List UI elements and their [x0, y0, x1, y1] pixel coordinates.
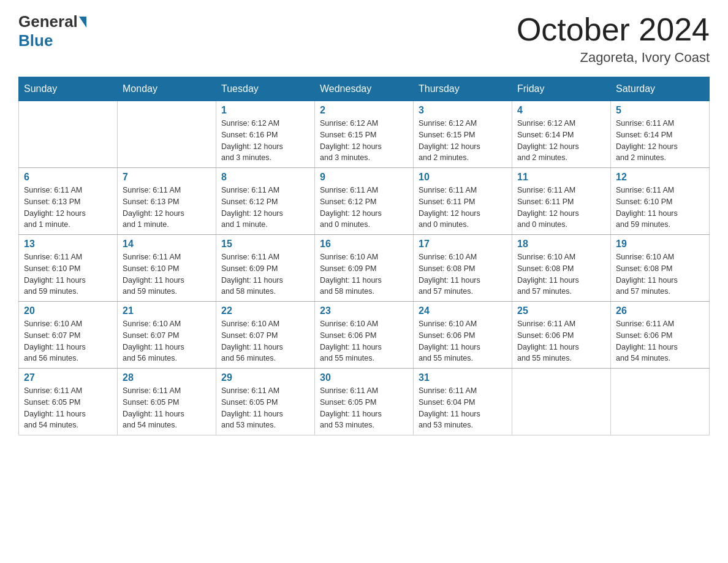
day-info: Sunrise: 6:11 AMSunset: 6:05 PMDaylight:…	[320, 385, 408, 431]
calendar-cell	[118, 101, 216, 168]
day-info: Sunrise: 6:11 AMSunset: 6:13 PMDaylight:…	[123, 185, 211, 231]
day-number: 26	[616, 305, 704, 316]
day-info: Sunrise: 6:11 AMSunset: 6:06 PMDaylight:…	[517, 318, 605, 364]
calendar-cell: 20Sunrise: 6:10 AMSunset: 6:07 PMDayligh…	[19, 302, 118, 369]
day-number: 3	[419, 105, 507, 116]
calendar-cell: 17Sunrise: 6:10 AMSunset: 6:08 PMDayligh…	[414, 235, 512, 302]
day-number: 18	[517, 239, 605, 250]
title-area: October 2024 Zagoreta, Ivory Coast	[517, 12, 710, 66]
day-info: Sunrise: 6:10 AMSunset: 6:09 PMDaylight:…	[320, 251, 408, 297]
logo-triangle-icon	[79, 17, 86, 28]
day-info: Sunrise: 6:11 AMSunset: 6:05 PMDaylight:…	[221, 385, 309, 431]
day-number: 16	[320, 239, 408, 250]
day-number: 24	[419, 305, 507, 316]
day-info: Sunrise: 6:11 AMSunset: 6:05 PMDaylight:…	[123, 385, 211, 431]
day-info: Sunrise: 6:10 AMSunset: 6:07 PMDaylight:…	[123, 318, 211, 364]
weekday-header-wednesday: Wednesday	[315, 77, 414, 101]
calendar-week-row: 27Sunrise: 6:11 AMSunset: 6:05 PMDayligh…	[19, 369, 710, 435]
day-number: 29	[221, 372, 309, 383]
calendar-cell: 11Sunrise: 6:11 AMSunset: 6:11 PMDayligh…	[512, 168, 611, 235]
calendar-week-row: 20Sunrise: 6:10 AMSunset: 6:07 PMDayligh…	[19, 302, 710, 369]
day-number: 8	[221, 172, 309, 183]
calendar-cell: 10Sunrise: 6:11 AMSunset: 6:11 PMDayligh…	[414, 168, 512, 235]
weekday-header-monday: Monday	[118, 77, 216, 101]
weekday-header-sunday: Sunday	[19, 77, 118, 101]
day-number: 31	[419, 372, 507, 383]
day-info: Sunrise: 6:11 AMSunset: 6:11 PMDaylight:…	[419, 185, 507, 231]
calendar-table: SundayMondayTuesdayWednesdayThursdayFrid…	[18, 77, 710, 435]
calendar-cell: 16Sunrise: 6:10 AMSunset: 6:09 PMDayligh…	[315, 235, 414, 302]
calendar-cell: 14Sunrise: 6:11 AMSunset: 6:10 PMDayligh…	[118, 235, 216, 302]
calendar-cell	[512, 369, 611, 435]
calendar-cell	[19, 101, 118, 168]
day-number: 17	[419, 239, 507, 250]
calendar-cell: 27Sunrise: 6:11 AMSunset: 6:05 PMDayligh…	[19, 369, 118, 435]
day-info: Sunrise: 6:12 AMSunset: 6:15 PMDaylight:…	[419, 118, 507, 164]
day-number: 6	[24, 172, 112, 183]
logo: General Blue	[18, 12, 88, 50]
calendar-cell: 25Sunrise: 6:11 AMSunset: 6:06 PMDayligh…	[512, 302, 611, 369]
day-info: Sunrise: 6:11 AMSunset: 6:05 PMDaylight:…	[24, 385, 112, 431]
calendar-cell: 18Sunrise: 6:10 AMSunset: 6:08 PMDayligh…	[512, 235, 611, 302]
day-info: Sunrise: 6:11 AMSunset: 6:13 PMDaylight:…	[24, 185, 112, 231]
day-number: 22	[221, 305, 309, 316]
day-number: 9	[320, 172, 408, 183]
day-number: 28	[123, 372, 211, 383]
calendar-cell: 5Sunrise: 6:11 AMSunset: 6:14 PMDaylight…	[611, 101, 710, 168]
day-number: 23	[320, 305, 408, 316]
day-number: 27	[24, 372, 112, 383]
calendar-cell: 23Sunrise: 6:10 AMSunset: 6:06 PMDayligh…	[315, 302, 414, 369]
calendar-cell: 24Sunrise: 6:10 AMSunset: 6:06 PMDayligh…	[414, 302, 512, 369]
day-number: 12	[616, 172, 704, 183]
day-info: Sunrise: 6:11 AMSunset: 6:10 PMDaylight:…	[123, 251, 211, 297]
calendar-cell: 6Sunrise: 6:11 AMSunset: 6:13 PMDaylight…	[19, 168, 118, 235]
calendar-cell: 31Sunrise: 6:11 AMSunset: 6:04 PMDayligh…	[414, 369, 512, 435]
weekday-header-friday: Friday	[512, 77, 611, 101]
day-number: 11	[517, 172, 605, 183]
day-info: Sunrise: 6:12 AMSunset: 6:16 PMDaylight:…	[221, 118, 309, 164]
weekday-header-row: SundayMondayTuesdayWednesdayThursdayFrid…	[19, 77, 710, 101]
day-info: Sunrise: 6:11 AMSunset: 6:10 PMDaylight:…	[24, 251, 112, 297]
day-number: 20	[24, 305, 112, 316]
day-number: 15	[221, 239, 309, 250]
day-info: Sunrise: 6:10 AMSunset: 6:06 PMDaylight:…	[419, 318, 507, 364]
day-number: 1	[221, 105, 309, 116]
location-title: Zagoreta, Ivory Coast	[517, 50, 710, 66]
calendar-cell: 4Sunrise: 6:12 AMSunset: 6:14 PMDaylight…	[512, 101, 611, 168]
calendar-cell: 12Sunrise: 6:11 AMSunset: 6:10 PMDayligh…	[611, 168, 710, 235]
day-info: Sunrise: 6:12 AMSunset: 6:15 PMDaylight:…	[320, 118, 408, 164]
calendar-week-row: 13Sunrise: 6:11 AMSunset: 6:10 PMDayligh…	[19, 235, 710, 302]
logo-general-text: General	[18, 12, 78, 31]
day-info: Sunrise: 6:10 AMSunset: 6:07 PMDaylight:…	[24, 318, 112, 364]
day-number: 7	[123, 172, 211, 183]
day-info: Sunrise: 6:11 AMSunset: 6:06 PMDaylight:…	[616, 318, 704, 364]
calendar-week-row: 1Sunrise: 6:12 AMSunset: 6:16 PMDaylight…	[19, 101, 710, 168]
day-info: Sunrise: 6:12 AMSunset: 6:14 PMDaylight:…	[517, 118, 605, 164]
month-title: October 2024	[517, 12, 710, 47]
calendar-cell: 28Sunrise: 6:11 AMSunset: 6:05 PMDayligh…	[118, 369, 216, 435]
calendar-cell: 26Sunrise: 6:11 AMSunset: 6:06 PMDayligh…	[611, 302, 710, 369]
weekday-header-saturday: Saturday	[611, 77, 710, 101]
calendar-cell: 3Sunrise: 6:12 AMSunset: 6:15 PMDaylight…	[414, 101, 512, 168]
calendar-cell: 2Sunrise: 6:12 AMSunset: 6:15 PMDaylight…	[315, 101, 414, 168]
day-number: 13	[24, 239, 112, 250]
day-info: Sunrise: 6:10 AMSunset: 6:08 PMDaylight:…	[616, 251, 704, 297]
calendar-cell: 1Sunrise: 6:12 AMSunset: 6:16 PMDaylight…	[216, 101, 315, 168]
day-number: 10	[419, 172, 507, 183]
calendar-cell: 13Sunrise: 6:11 AMSunset: 6:10 PMDayligh…	[19, 235, 118, 302]
calendar-cell: 8Sunrise: 6:11 AMSunset: 6:12 PMDaylight…	[216, 168, 315, 235]
calendar-cell: 29Sunrise: 6:11 AMSunset: 6:05 PMDayligh…	[216, 369, 315, 435]
day-number: 5	[616, 105, 704, 116]
day-number: 4	[517, 105, 605, 116]
day-info: Sunrise: 6:11 AMSunset: 6:10 PMDaylight:…	[616, 185, 704, 231]
calendar-cell: 19Sunrise: 6:10 AMSunset: 6:08 PMDayligh…	[611, 235, 710, 302]
calendar-cell: 15Sunrise: 6:11 AMSunset: 6:09 PMDayligh…	[216, 235, 315, 302]
day-info: Sunrise: 6:11 AMSunset: 6:14 PMDaylight:…	[616, 118, 704, 164]
weekday-header-thursday: Thursday	[414, 77, 512, 101]
day-info: Sunrise: 6:11 AMSunset: 6:04 PMDaylight:…	[419, 385, 507, 431]
calendar-cell: 22Sunrise: 6:10 AMSunset: 6:07 PMDayligh…	[216, 302, 315, 369]
calendar-cell: 21Sunrise: 6:10 AMSunset: 6:07 PMDayligh…	[118, 302, 216, 369]
day-number: 21	[123, 305, 211, 316]
calendar-cell: 9Sunrise: 6:11 AMSunset: 6:12 PMDaylight…	[315, 168, 414, 235]
day-info: Sunrise: 6:10 AMSunset: 6:06 PMDaylight:…	[320, 318, 408, 364]
